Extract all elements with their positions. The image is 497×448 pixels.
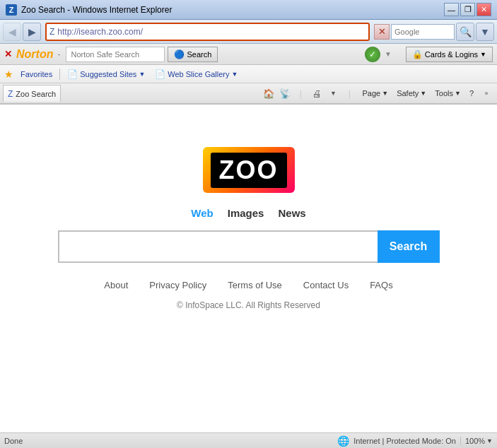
- norton-status-icon: ✓: [365, 47, 380, 62]
- tools-menu-button[interactable]: Tools ▼: [431, 85, 464, 102]
- search-tabs: Web Images News: [191, 206, 305, 220]
- copyright-text: © InfoSpace LLC. All Rights Reserved: [177, 300, 320, 310]
- nav-right: 🔍 ▼: [391, 23, 494, 41]
- cards-label: Cards & Logins: [425, 50, 478, 59]
- norton-search-button[interactable]: 🔵 Search: [168, 47, 218, 62]
- forward-button[interactable]: ▶: [23, 23, 41, 41]
- status-mode-text: Internet | Protected Mode: On: [353, 437, 456, 445]
- web-slice-icon: 📄: [155, 69, 165, 79]
- restore-button[interactable]: ❐: [460, 3, 475, 16]
- page-menu-button[interactable]: Page ▼: [359, 85, 392, 102]
- status-globe-icon: 🌐: [337, 435, 349, 447]
- safety-label: Safety: [397, 89, 419, 98]
- safety-dropdown-icon: ▼: [420, 90, 426, 97]
- toolbar: Z Zoo Search 🏠 📡 | 🖨 ▼ | Page ▼ Safety ▼…: [0, 83, 497, 105]
- safety-menu-button[interactable]: Safety ▼: [393, 85, 430, 102]
- page-label: Page: [363, 89, 381, 98]
- search-form: Search: [58, 230, 440, 263]
- norton-search-input[interactable]: [66, 47, 165, 62]
- zoo-logo: ZOO: [203, 147, 295, 193]
- minimize-button[interactable]: —: [444, 3, 459, 16]
- browser-content: ZOO Web Images News Search About Privacy…: [0, 105, 497, 432]
- stop-button[interactable]: ✕: [374, 24, 390, 40]
- print-icon[interactable]: 🖨: [310, 86, 325, 101]
- title-bar: Z Zoo Search - Windows Internet Explorer…: [0, 0, 497, 20]
- norton-x: ✕: [4, 49, 12, 59]
- rss-icon[interactable]: 📡: [277, 86, 293, 101]
- zoom-area[interactable]: 100% ▼: [460, 437, 493, 445]
- tools-label: Tools: [435, 89, 453, 98]
- tab-web[interactable]: Web: [191, 206, 213, 220]
- zoo-logo-inner: ZOO: [211, 153, 287, 188]
- page-dropdown-icon: ▼: [382, 90, 388, 97]
- print-dropdown-icon[interactable]: ▼: [326, 86, 341, 101]
- separator-icon: |: [293, 86, 309, 101]
- address-bar: Z: [45, 23, 370, 41]
- norton-logo: Norton: [16, 48, 53, 61]
- help-button[interactable]: ?: [466, 85, 477, 102]
- browser-search-input[interactable]: [391, 24, 455, 40]
- close-button[interactable]: ✕: [476, 3, 491, 16]
- lock-icon: 🔒: [412, 49, 423, 59]
- favorites-star-icon: ★: [4, 69, 13, 80]
- more-toolbar-icon[interactable]: »: [479, 86, 494, 101]
- zoom-dropdown-icon[interactable]: ▼: [486, 437, 493, 444]
- cards-dropdown-arrow[interactable]: ▼: [480, 51, 486, 58]
- help-label: ?: [469, 89, 474, 98]
- tab-news[interactable]: News: [278, 206, 305, 220]
- suggested-sites-label: Suggested Sites: [80, 70, 136, 78]
- home-icon[interactable]: 🏠: [261, 86, 276, 101]
- tab-images[interactable]: Images: [228, 206, 264, 220]
- norton-search-label: Search: [187, 50, 211, 59]
- favorites-label: Favorites: [21, 70, 52, 78]
- web-slice-arrow[interactable]: ▼: [232, 71, 238, 78]
- favorites-button[interactable]: Favorites: [18, 69, 55, 79]
- status-text: Done: [4, 437, 337, 445]
- more-button[interactable]: ▼: [476, 23, 494, 41]
- suggested-sites-button[interactable]: 📄 Suggested Sites ▼: [64, 69, 148, 80]
- web-slice-label: Web Slice Gallery: [168, 70, 229, 78]
- status-bar: Done 🌐 Internet | Protected Mode: On 100…: [0, 432, 497, 448]
- separator2-icon: |: [342, 86, 358, 101]
- tools-dropdown-icon: ▼: [455, 90, 461, 97]
- address-input[interactable]: [57, 27, 366, 37]
- navigation-bar: ◀ ▶ Z ✕ 🔍 ▼: [0, 20, 497, 44]
- search-go-button[interactable]: 🔍: [456, 23, 474, 41]
- contact-us-link[interactable]: Contact Us: [303, 280, 349, 290]
- toolbar-icons: 🏠 📡 | 🖨 ▼ |: [261, 86, 358, 101]
- suggested-sites-arrow[interactable]: ▼: [139, 71, 145, 78]
- favorites-bar: ★ Favorites 📄 Suggested Sites ▼ 📄 Web Sl…: [0, 65, 497, 83]
- web-slice-gallery-button[interactable]: 📄 Web Slice Gallery ▼: [152, 69, 240, 80]
- suggested-sites-icon: 📄: [67, 69, 78, 79]
- browser-tab[interactable]: Z Zoo Search: [3, 85, 61, 102]
- title-text: Zoo Search - Windows Internet Explorer: [21, 5, 444, 15]
- norton-dash: -: [57, 49, 60, 59]
- window-controls: — ❐ ✕: [444, 3, 491, 16]
- zoo-logo-text: ZOO: [219, 155, 279, 184]
- tab-label-text: Zoo Search: [16, 90, 56, 98]
- search-button[interactable]: Search: [378, 230, 440, 263]
- cards-logins-button[interactable]: 🔒 Cards & Logins ▼: [406, 47, 493, 62]
- norton-dropdown-arrow[interactable]: ▼: [385, 50, 392, 58]
- back-button[interactable]: ◀: [3, 23, 21, 41]
- terms-of-use-link[interactable]: Terms of Use: [228, 280, 282, 290]
- app-icon: Z: [6, 4, 17, 16]
- norton-search-icon: 🔵: [174, 49, 185, 59]
- zoom-level-text: 100%: [465, 437, 485, 445]
- norton-bar: ✕ Norton - 🔵 Search ✓ ▼ 🔒 Cards & Logins…: [0, 44, 497, 65]
- about-link[interactable]: About: [104, 280, 128, 290]
- privacy-policy-link[interactable]: Privacy Policy: [149, 280, 206, 290]
- search-input[interactable]: [58, 230, 378, 263]
- footer-links: About Privacy Policy Terms of Use Contac…: [104, 280, 392, 290]
- faqs-link[interactable]: FAQs: [370, 280, 393, 290]
- status-right: 🌐 Internet | Protected Mode: On 100% ▼: [337, 435, 493, 447]
- address-icon: Z: [49, 27, 54, 37]
- tab-icon: Z: [8, 89, 13, 99]
- favorites-divider: [59, 69, 60, 80]
